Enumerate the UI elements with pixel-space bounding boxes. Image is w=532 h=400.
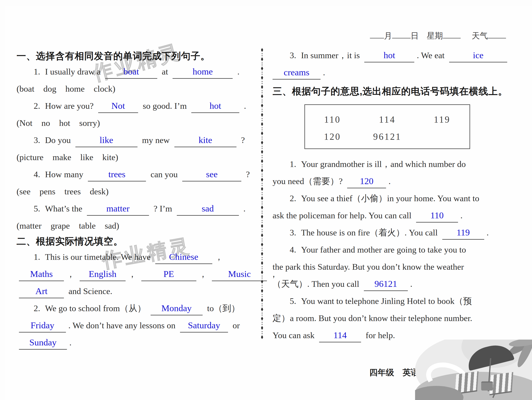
day-label: 日 [411,31,419,40]
sentence-text: ? [241,135,245,145]
phone-number-row: 110 114 119 [305,111,469,128]
week-label: 星期 [427,31,443,40]
answer-blank: 110 [416,210,458,222]
s3-q3-line1: 3.The house is on fire（着火）. You call 119… [272,224,520,241]
s1-q2-sentence: 2.How are you? Not so good. I’m hot . [17,97,257,114]
answer-blank: 119 [442,227,484,240]
answer-text: 114 [333,330,347,340]
s1-q1-sentence: 1.I usually draw a boat at home . [17,63,257,80]
date-header: 月日星期天气 [370,30,506,41]
answer-blank: like [75,135,138,147]
answer-text: Saturday [188,320,220,330]
punctuation: ， [199,269,208,279]
month-blank-line [370,31,384,38]
sentence-text: This is our timetable. We have [45,252,151,262]
answer-text: trees [108,169,125,179]
answer-blank: matter [87,203,149,216]
s3-q2-line1: 2.You see a thief（小偷）in your home. You w… [272,190,520,207]
answer-text: Maths [30,269,53,279]
answer-text: boat [123,67,139,77]
answer-blank: PE [141,269,196,281]
weather-blank-line [488,31,506,38]
s2-q1-line3: Art and Science. [17,283,257,300]
workbook-page: 月日星期天气 作业精灵 作业精灵 一、选择含有相同发音的单词完成下列句子。 1.… [0,0,532,400]
answer-blank: home [172,66,233,79]
answer-text: see [206,169,217,179]
answer-blank: English [80,269,126,281]
question-number: 5. [290,296,296,306]
answer-text: Music [228,269,251,279]
sentence-text: . [237,67,240,76]
sentence-text: . [243,204,246,213]
s2-q3-line2: creams. [272,64,520,81]
answer-blank: Not [98,100,138,113]
sentence-text: . We eat [417,50,444,60]
phone-number: 114 [360,111,414,128]
footer-grade: 四年级 [369,368,394,377]
question-number: 1. [34,67,40,76]
answer-text: Chinese [169,252,198,262]
answer-blank: Saturday [180,320,228,332]
sentence-text: at [162,67,168,76]
sentence-text: The house is on fire（着火）. You call [301,228,438,237]
sentence-text: How many [45,170,83,179]
sentence-text: you need（需要）? [272,176,343,186]
answer-blank: hot [364,50,414,62]
sentence-text: 定）a room. But you don’t know their telep… [272,314,472,323]
question-number: 2. [290,194,296,203]
sentence-text: How are you? [45,101,94,111]
sentence-text: ? I’m [154,204,172,213]
sentence-text: or [233,321,240,330]
punctuation: . [323,68,325,77]
s2-q2-line2: Friday. We don’t have any lessons on Sat… [17,317,257,334]
phone-number-row: 120 96121 [305,128,469,145]
question-number: 1. [290,159,296,169]
answer-blank: see [182,169,241,181]
sentence-text: ask the policeman for help. You can call [272,211,412,220]
answer-blank: sad [177,203,239,216]
month-label: 月 [384,31,392,40]
s1-q4-sentence: 4.How many trees can you see ? [17,166,257,183]
answer-text: ice [473,50,483,60]
answer-blank: Sunday [19,337,67,350]
answer-text: creams [284,67,309,77]
column-divider [260,48,264,340]
sentence-text: Do you [45,135,71,145]
section3-title: 三、根据句子的意思,选出相应的电话号码填在横线上。 [272,84,520,98]
s2-q2-line1: 2.We go to school from（从） Monday to（到） [17,300,257,317]
question-number: 3. [34,135,40,145]
s2-q1-line1: 1.This is our timetable. We have Chinese… [17,248,257,265]
answer-text: English [89,269,116,279]
answer-text: 120 [360,176,374,186]
phone-number-empty [415,128,469,145]
answer-text: like [100,135,113,145]
punctuation: . [487,228,489,237]
answer-blank: boat [105,66,157,79]
section2-title: 二、根据实际情况填空。 [17,234,257,248]
sentence-text: You want to telephone Jinling Hotel to b… [301,296,472,306]
sentence-text: . [244,101,246,111]
phone-number: 119 [415,111,469,128]
answer-text: hot [384,50,395,60]
answer-blank: creams [272,67,321,80]
sentence-text: You can ask [272,331,315,340]
question-number: 2. [34,101,40,111]
sentence-text: Your father and mother are going to take… [301,245,466,254]
right-column: 3.In summer，it is hot. We eat ice creams… [272,47,520,344]
sentence-text: and Science. [69,286,112,296]
sentence-text: I usually draw a [45,67,101,76]
section1-title: 一、选择含有相同发音的单词完成下列句子。 [17,49,257,63]
phone-number-box: 110 114 119 120 96121 [304,104,470,149]
left-column: 一、选择含有相同发音的单词完成下列句子。 1.I usually draw a … [17,49,257,351]
s2-q1-line2: Maths， English， PE， Music， [17,265,257,283]
phone-number: 96121 [360,128,414,145]
answer-blank: 120 [347,176,386,188]
day-blank-line [392,31,411,38]
s3-q1-line1: 1.Your grandmother is ill，and which numb… [272,155,520,172]
punctuation: . [410,279,412,289]
question-number: 4. [34,170,40,179]
question-number: 2. [34,303,40,313]
s1-q2-options: (Not no hot sorry) [17,114,257,131]
answer-blank: Music [212,269,267,281]
sentence-text: We go to school from（从） [45,303,146,313]
